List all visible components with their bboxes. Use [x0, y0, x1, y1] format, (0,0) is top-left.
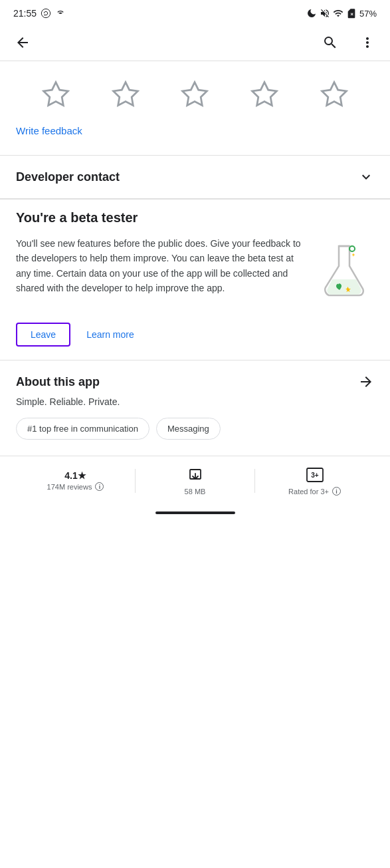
svg-marker-4: [183, 82, 207, 106]
status-bar: 21:55 57%: [0, 0, 390, 24]
about-app-title: About this app: [16, 375, 100, 389]
star-2[interactable]: [108, 77, 143, 112]
beta-tester-description: You'll see new features before the publi…: [16, 236, 306, 296]
bottom-stats-bar: 4.1★ 174M reviews i 58 MB: [0, 456, 390, 505]
age-stat[interactable]: 3+ Rated for 3+ i: [255, 466, 374, 496]
beta-tester-title: You're a beta tester: [16, 210, 374, 225]
leave-beta-button[interactable]: Leave: [16, 323, 70, 347]
chip-communication[interactable]: #1 top free in communication: [16, 418, 149, 440]
rating-number: 4.1★: [64, 470, 86, 481]
star-4[interactable]: [247, 77, 282, 112]
svg-marker-5: [252, 82, 277, 106]
about-app-section: About this app Simple. Reliable. Private…: [0, 360, 390, 445]
mute-icon: [320, 8, 330, 19]
star-1[interactable]: [39, 77, 73, 112]
star-5[interactable]: [317, 77, 351, 112]
age-label: Rated for 3+ i: [288, 487, 341, 496]
age-rating-icon: 3+: [306, 467, 324, 483]
star-3-icon: [180, 80, 209, 109]
size-stat: 58 MB: [136, 466, 254, 496]
search-button[interactable]: [318, 31, 342, 55]
about-app-arrow-icon[interactable]: [358, 374, 374, 390]
size-label: 58 MB: [185, 488, 206, 496]
developer-contact-title: Developer contact: [16, 170, 120, 184]
write-feedback-section: Write feedback: [0, 117, 390, 155]
home-indicator: [0, 505, 390, 521]
status-time: 21:55: [13, 8, 66, 19]
rating-value: 4.1★: [64, 470, 86, 481]
rating-stat[interactable]: 4.1★ 174M reviews i: [16, 470, 135, 491]
back-arrow-icon: [15, 35, 31, 51]
star-1-icon: [41, 80, 70, 109]
write-feedback-button[interactable]: Write feedback: [16, 122, 82, 139]
flask-illustration: [318, 239, 371, 306]
download-icon-container: [186, 466, 205, 485]
main-content: Write feedback Developer contact You're …: [0, 61, 390, 521]
reviews-text: 174M reviews: [47, 483, 92, 491]
beta-tester-section: You're a beta tester You'll see new feat…: [0, 199, 390, 360]
age-info-icon[interactable]: i: [332, 487, 341, 496]
download-icon: [187, 468, 203, 484]
chevron-down-icon: [358, 169, 374, 185]
time-display: 21:55: [13, 8, 37, 19]
developer-contact-row[interactable]: Developer contact: [0, 156, 390, 198]
svg-marker-2: [44, 82, 68, 106]
about-app-description: Simple. Reliable. Private.: [16, 396, 374, 407]
svg-text:3+: 3+: [311, 472, 319, 479]
navigation-bar: [0, 24, 390, 61]
svg-marker-3: [114, 82, 138, 106]
age-rating-icon-container: 3+: [306, 466, 324, 484]
svg-marker-6: [322, 82, 346, 106]
star-4-icon: [250, 80, 279, 109]
back-button[interactable]: [11, 31, 35, 55]
home-bar: [155, 511, 235, 514]
beta-illustration: [314, 236, 374, 309]
search-icon: [322, 35, 338, 51]
beta-tester-content: You'll see new features before the publi…: [16, 236, 374, 309]
whatsapp-status-icon: [41, 8, 51, 19]
star-rating-row: [0, 61, 390, 117]
star-5-icon: [320, 80, 349, 109]
star-2-icon: [111, 80, 140, 109]
beta-tester-actions: Leave Learn more: [16, 323, 374, 347]
moon-icon: [306, 8, 317, 19]
connectivity-icon: [55, 8, 66, 19]
star-3[interactable]: [177, 77, 212, 112]
more-options-button[interactable]: [355, 31, 379, 55]
chip-messaging[interactable]: Messaging: [156, 418, 221, 440]
rating-label: 174M reviews i: [47, 482, 104, 491]
svg-point-0: [41, 9, 50, 17]
no-sim-icon: [346, 8, 357, 19]
more-vert-icon: [359, 35, 375, 51]
chips-row: #1 top free in communication Messaging: [16, 418, 374, 440]
learn-more-button[interactable]: Learn more: [86, 329, 134, 340]
about-app-header: About this app: [16, 374, 374, 390]
size-text: 58 MB: [185, 488, 206, 496]
battery-level: 57%: [359, 9, 377, 19]
status-icons-right: 57%: [306, 8, 377, 19]
rating-info-icon[interactable]: i: [95, 482, 104, 491]
wifi-icon: [333, 8, 343, 19]
age-text: Rated for 3+: [288, 488, 329, 496]
